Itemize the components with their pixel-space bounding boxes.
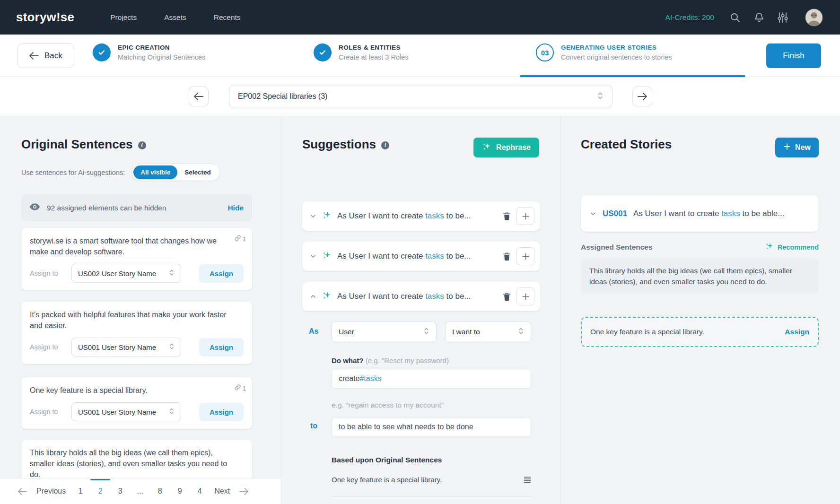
to-input[interactable]: to be able to see what needs to be done xyxy=(332,417,531,437)
trash-icon[interactable] xyxy=(503,212,511,221)
select-chevrons-icon xyxy=(597,92,604,102)
do-what-input[interactable]: create #tasks xyxy=(332,369,531,389)
original-sentences-title-text: Original Sentences xyxy=(21,137,133,152)
epic-next-button[interactable] xyxy=(632,87,652,106)
chevron-up-icon[interactable] xyxy=(310,293,316,300)
epic-prev-button[interactable] xyxy=(189,87,209,106)
story-text-keyword: tasks xyxy=(721,209,740,218)
recommend-button[interactable]: Recommend xyxy=(765,242,819,252)
pagination-next[interactable]: Next xyxy=(214,487,230,495)
suggestion-text-suffix: to be... xyxy=(444,292,471,301)
original-sentences-column: Original Sentences i Use sentences for A… xyxy=(0,116,281,504)
link-icon xyxy=(234,384,241,392)
story-select[interactable]: US002 User Story Name xyxy=(71,264,181,283)
hidden-elements-banner: 92 assigned elements can be hidden Hide xyxy=(21,194,252,221)
toggle-all-visible[interactable]: All visible xyxy=(133,165,177,179)
assign-button[interactable]: Assign xyxy=(199,338,244,356)
add-suggestion-button[interactable] xyxy=(516,207,534,225)
page-3[interactable]: 3 xyxy=(115,487,125,495)
suggestion-row[interactable]: As User I want to create tasks to be... xyxy=(302,242,540,271)
step3-subtitle: Convert original sentences to stories xyxy=(561,53,672,61)
info-icon[interactable]: i xyxy=(138,141,146,149)
navbar: storyw!se Projects Assets Recents AI-Cre… xyxy=(0,0,840,35)
unassigned-sentence-card: One key feature is a special library. As… xyxy=(581,317,819,347)
nav-item-assets[interactable]: Assets xyxy=(164,13,186,22)
assign-row: Assign to US002 User Story Name Assign xyxy=(30,264,244,283)
step-generating-user-stories[interactable]: 03 GENERATING USER STORIES Convert origi… xyxy=(536,43,672,61)
finish-button[interactable]: Finish xyxy=(766,43,821,68)
suggestion-text-suffix: to be... xyxy=(444,211,471,220)
step-epic-creation[interactable]: EPIC CREATION Matching Original Sentence… xyxy=(93,43,205,61)
story-select[interactable]: US001 User Story Name xyxy=(71,338,181,356)
toggle-selected[interactable]: Selected xyxy=(177,165,218,179)
arrow-left-icon[interactable] xyxy=(18,488,27,495)
hidden-elements-text: 92 assigned elements can be hidden xyxy=(47,204,166,212)
page-1[interactable]: 1 xyxy=(75,487,86,495)
plus-icon xyxy=(783,143,791,152)
nav-item-projects[interactable]: Projects xyxy=(110,13,137,22)
to-label: to xyxy=(310,422,317,430)
suggestion-row-expanded[interactable]: As User I want to create tasks to be... xyxy=(302,282,540,311)
new-story-button[interactable]: New xyxy=(775,138,819,157)
divider xyxy=(332,496,531,497)
page-8[interactable]: 8 xyxy=(155,487,165,495)
back-label: Back xyxy=(44,51,62,61)
add-suggestion-button[interactable] xyxy=(516,247,534,265)
role-select[interactable]: User xyxy=(332,322,437,342)
suggestion-text-keyword: tasks xyxy=(425,252,444,261)
to-value: to be able to see what needs to be done xyxy=(339,423,473,431)
select-chevrons-icon xyxy=(423,327,429,337)
step3-number-badge: 03 xyxy=(536,43,554,61)
sentence-text: storywi.se is a smart software tool that… xyxy=(30,235,244,257)
step-roles-entities[interactable]: ROLES & ENTITIES Create at least 3 Roles xyxy=(314,43,409,61)
assign-row: Assign to US001 User Story Name Assign xyxy=(30,338,244,356)
story-card[interactable]: US001 As User I want to create tasks to … xyxy=(581,195,819,232)
add-suggestion-button[interactable] xyxy=(516,287,534,305)
chevron-down-icon[interactable] xyxy=(310,253,316,260)
drag-handle-icon[interactable] xyxy=(524,477,531,483)
arrow-right-icon[interactable] xyxy=(239,488,248,495)
info-icon[interactable]: i xyxy=(381,141,389,149)
assign-button[interactable]: Assign xyxy=(199,264,244,283)
sentence-card: It's packed with helpful features that m… xyxy=(21,302,252,364)
toggle-label: Use sentences for Ai-suggestions: xyxy=(21,169,125,176)
want-select[interactable]: I want to xyxy=(445,322,531,342)
sparkles-icon xyxy=(322,291,332,302)
based-sentence-text: One key feature is a special library. xyxy=(332,476,442,484)
trash-icon[interactable] xyxy=(503,292,511,301)
assigned-sentences-label: Assigned Sentences xyxy=(581,243,653,252)
check-icon xyxy=(314,43,332,61)
page-9[interactable]: 9 xyxy=(175,487,185,495)
avatar[interactable] xyxy=(805,9,823,26)
chevron-down-icon[interactable] xyxy=(590,210,596,217)
search-icon[interactable] xyxy=(729,12,741,23)
story-text: As User I want to create tasks to be abl… xyxy=(633,209,784,218)
assign-link[interactable]: Assign xyxy=(785,328,809,336)
nav-item-recents[interactable]: Recents xyxy=(214,13,241,22)
epic-select[interactable]: EP002 Special libraries (3) xyxy=(229,86,612,107)
suggestion-text-prefix: As User I want to create xyxy=(337,292,425,301)
suggestion-text-keyword: tasks xyxy=(425,292,444,301)
do-what-label: Do what? (e.g. "Reset my password) xyxy=(332,356,449,365)
created-stories-title: Created Stories xyxy=(581,137,672,152)
page-2-active[interactable]: 2 xyxy=(95,487,105,495)
page-4[interactable]: 4 xyxy=(194,487,205,495)
story-select[interactable]: US001 User Story Name xyxy=(71,402,181,421)
trash-icon[interactable] xyxy=(503,252,511,261)
suggestion-text-suffix: to be... xyxy=(444,252,471,261)
based-sentence-item: One key feature is a special library. xyxy=(332,476,531,484)
logo[interactable]: storyw!se xyxy=(16,10,74,25)
assign-button[interactable]: Assign xyxy=(199,403,244,421)
sentence-card: 1 One key feature is a special library. … xyxy=(21,377,252,429)
back-button[interactable]: Back xyxy=(18,43,74,68)
rephrase-button[interactable]: Rephrase xyxy=(473,138,539,157)
ai-credits-badge: AI-Credits: 200 xyxy=(665,13,714,22)
bell-icon[interactable] xyxy=(754,12,764,23)
hide-link[interactable]: Hide xyxy=(228,204,244,212)
suggestion-row[interactable]: As User I want to create tasks to be... xyxy=(302,201,540,231)
story-id: US001 xyxy=(603,209,627,218)
original-sentences-title: Original Sentences i xyxy=(21,137,146,152)
chevron-down-icon[interactable] xyxy=(310,213,316,219)
pagination-previous[interactable]: Previous xyxy=(36,487,66,495)
sliders-icon[interactable] xyxy=(778,12,788,23)
